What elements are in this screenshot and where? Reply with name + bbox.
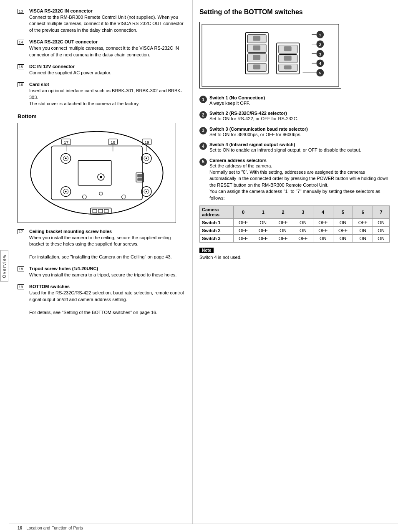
switch-2: 2 Switch 2 (RS-232C/RS-422 selector) Set… [199, 111, 390, 122]
item-18-title: Tripod screw holes (1/4-20UNC) [29, 266, 176, 271]
item-19-desc: Used for the RS-232C/RS-422 selection, b… [29, 290, 186, 316]
item-14: 14 VISCA RS-232C OUT connector When you … [18, 39, 186, 58]
switch-4-desc: Set to ON to enable an infrared signal o… [209, 147, 361, 152]
item-14-title: VISCA RS-232C OUT connector [29, 39, 186, 44]
switch-4: 4 Switch 4 (Infrared signal output switc… [199, 142, 390, 153]
sw1-7: ON [373, 218, 390, 226]
svg-rect-51 [284, 56, 292, 61]
item-15-title: DC IN 12V connector [29, 64, 111, 69]
sw2-3: ON [293, 226, 313, 234]
switch-5: 5 Camera address selectors Set the addre… [199, 158, 390, 201]
item-15: 15 DC IN 12V connector Connect the suppl… [18, 64, 186, 76]
item-18: 18 Tripod screw holes (1/4-20UNC) When y… [18, 266, 186, 278]
svg-rect-27 [137, 174, 142, 177]
two-col-layout: 13 VISCA RS-232C IN connector Connect to… [9, 0, 398, 524]
sw2-5: OFF [333, 226, 353, 234]
switch-2-title: Switch 2 (RS-232C/RS-422 selector) [209, 111, 287, 116]
item-16: 16 Card slot Insert an optional interfac… [18, 82, 186, 107]
item-19-title: BOTTOM switches [29, 284, 186, 289]
item-14-desc: When you connect multiple cameras, conne… [29, 45, 186, 58]
bottom-diagram-svg: 17 18 19 [18, 123, 176, 223]
svg-rect-52 [284, 65, 292, 69]
svg-point-22 [146, 190, 147, 192]
page: Overview 13 VISCA RS-232C IN connector C… [0, 0, 398, 532]
svg-rect-28 [137, 178, 142, 180]
svg-point-13 [65, 157, 67, 159]
switch-diagram: 1 2 3 4 [199, 22, 341, 89]
sw3-4: ON [313, 234, 333, 242]
switch-1: 1 Switch 1 (No Connection) Always keep i… [199, 95, 390, 106]
table-header-2: 2 [273, 205, 293, 218]
sw1-0: OFF [233, 218, 253, 226]
item-18-desc: When you install the camera to a tripod,… [29, 272, 176, 278]
table-row-switch2: Switch 2 OFF OFF ON ON OFF OFF ON ON [200, 226, 390, 234]
svg-point-16 [146, 157, 147, 159]
switch-5-desc: Set the address of the camera. Normally … [209, 163, 388, 200]
item-num-17: 17 [18, 229, 29, 261]
table-header-1: 1 [253, 205, 273, 218]
svg-point-25 [99, 192, 103, 195]
item-13-title: VISCA RS-232C IN connector [29, 8, 186, 13]
switch-5-circle: 5 [199, 158, 207, 166]
switch-5-title: Camera address selectors [209, 158, 267, 163]
sw3-6: ON [353, 234, 373, 242]
svg-rect-50 [284, 46, 292, 51]
item-16-desc: Insert an optional interface card such a… [29, 88, 186, 107]
svg-rect-29 [78, 160, 111, 185]
sw3-7: ON [373, 234, 390, 242]
switch-1-circle: 1 [199, 96, 207, 103]
note-label: Note [199, 248, 214, 253]
item-13-desc: Connect to the RM-BR300 Remote Control U… [29, 14, 186, 33]
sw3-0: OFF [233, 234, 253, 242]
item-num-19: 19 [18, 284, 29, 316]
svg-text:3: 3 [319, 52, 322, 56]
switch-diagram-svg: 1 2 3 4 [200, 22, 341, 89]
sw1-2: OFF [273, 218, 293, 226]
svg-rect-45 [253, 64, 260, 69]
switch-2-desc: Set to ON for RS-422, or OFF for RS-232C… [209, 116, 298, 121]
item-num-16: 16 [18, 82, 29, 107]
svg-point-34 [82, 195, 86, 199]
left-column: 13 VISCA RS-232C IN connector Connect to… [9, 0, 193, 524]
switch-4-title: Switch 4 (Infrared signal output switch) [209, 142, 295, 147]
item-num-13: 13 [18, 8, 29, 33]
sw2-7: ON [373, 226, 390, 234]
table-row-switch1: Switch 1 OFF ON OFF ON OFF ON OFF ON [200, 218, 390, 226]
sw3-5: ON [333, 234, 353, 242]
sw1-4: OFF [313, 218, 333, 226]
switch-3: 3 Switch 3 (Communication baud rate sele… [199, 127, 390, 138]
sw3-2: OFF [273, 234, 293, 242]
table-header-3: 3 [293, 205, 313, 218]
switch3-label: Switch 3 [200, 234, 234, 242]
svg-text:18: 18 [111, 139, 116, 144]
switch1-label: Switch 1 [200, 218, 234, 226]
table-header-4: 4 [313, 205, 333, 218]
sw1-3: ON [293, 218, 313, 226]
bottom-section-heading: Bottom [18, 113, 186, 119]
switch-2-circle: 2 [199, 111, 207, 119]
svg-rect-1 [51, 146, 142, 200]
page-footer: 16 Location and Function of Parts [9, 524, 398, 532]
item-19: 19 BOTTOM switches Used for the RS-232C/… [18, 284, 186, 316]
svg-point-19 [65, 190, 67, 192]
table-header-7: 7 [373, 205, 390, 218]
switch-3-desc: Set to ON for 38400bps, or OFF for 9600b… [209, 132, 302, 137]
item-15-desc: Connect the supplied AC power adaptor. [29, 70, 111, 76]
right-heading: Setting of the BOTTOM switches [199, 8, 390, 16]
item-16-title: Card slot [29, 82, 186, 87]
switch-3-circle: 3 [199, 127, 207, 134]
svg-text:17: 17 [64, 139, 69, 144]
svg-text:2: 2 [319, 42, 322, 47]
item-13: 13 VISCA RS-232C IN connector Connect to… [18, 8, 186, 33]
table-header-0: 0 [233, 205, 253, 218]
right-column: Setting of the BOTTOM switches [193, 0, 398, 524]
page-number: 16 [18, 526, 22, 530]
switch-1-desc: Always keep it OFF. [209, 101, 250, 106]
table-header-5: 5 [333, 205, 353, 218]
sidebar-tab: Overview [0, 0, 9, 532]
sw3-1: OFF [253, 234, 273, 242]
svg-rect-32 [98, 209, 103, 213]
camera-address-table: Cameraaddress 0 1 2 3 4 5 6 7 [199, 205, 390, 243]
item-17-title: Ceiling bracket mounting screw holes [29, 229, 186, 234]
sw2-2: ON [273, 226, 293, 234]
